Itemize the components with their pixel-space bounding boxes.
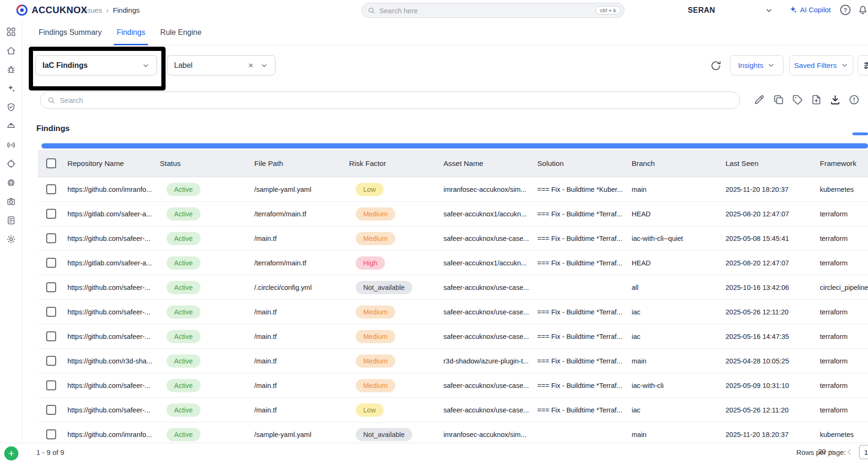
status-cell: Active <box>157 428 251 441</box>
findings-search[interactable] <box>40 91 740 109</box>
risk-badge: Low <box>356 403 384 417</box>
row-checkbox[interactable] <box>46 405 56 415</box>
column-header-last-seen[interactable]: Last Seen <box>722 159 817 168</box>
row-checkbox[interactable] <box>46 258 56 268</box>
row-checkbox[interactable] <box>46 307 56 317</box>
status-cell: Active <box>157 330 251 343</box>
finding-type-dropdown[interactable]: IaC Findings <box>35 55 157 75</box>
global-search[interactable]: ctrl + k <box>361 3 625 18</box>
row-checkbox[interactable] <box>46 184 56 194</box>
plus-icon <box>8 450 15 457</box>
risk-cell: High <box>346 256 440 270</box>
row-checkbox[interactable] <box>46 282 56 292</box>
previous-page-button[interactable] <box>844 447 854 457</box>
group-button[interactable] <box>773 94 785 106</box>
table-horizontal-scrollbar[interactable] <box>42 143 868 148</box>
row-checkbox[interactable] <box>46 209 56 219</box>
kebab-menu-icon <box>863 157 868 170</box>
row-checkbox[interactable] <box>46 380 56 390</box>
pagination-summary: 1 - 9 of 9 <box>36 448 64 456</box>
bug-icon <box>6 65 16 74</box>
column-header-framework[interactable]: Framework <box>817 159 868 168</box>
risk-cell: Medium <box>346 379 440 392</box>
table-row[interactable]: https://gitlab.com/safeer-a... Active /t… <box>38 202 868 226</box>
help-button[interactable]: ? <box>840 5 851 15</box>
row-checkbox[interactable] <box>46 233 56 243</box>
sidebar-item-settings[interactable] <box>0 230 22 248</box>
risk-cell: Not_available <box>346 428 440 441</box>
refresh-button[interactable] <box>710 60 722 72</box>
row-checkbox-cell <box>38 258 64 268</box>
global-search-input[interactable] <box>376 7 595 15</box>
solution-cell: === Fix - Buildtime *Terraf... <box>534 406 628 414</box>
app-logo[interactable]: ACCUKNOX <box>16 4 87 16</box>
saved-filters-button[interactable]: Saved Filters <box>789 55 853 75</box>
accuknox-logo-icon <box>16 4 28 16</box>
table-row[interactable]: https://gitlab.com/safeer-a... Active /t… <box>38 251 868 275</box>
current-page-indicator[interactable]: 1 <box>859 445 868 459</box>
clear-filter-icon[interactable]: × <box>248 61 253 70</box>
status-badge: Active <box>167 330 200 343</box>
sidebar-item-scanners[interactable] <box>0 192 22 211</box>
ticket-button[interactable] <box>810 94 822 106</box>
table-row[interactable]: https://github.com/r3d-sha... Active /ma… <box>38 349 868 373</box>
table-row[interactable]: https://github.com/safeer-... Active /ma… <box>38 300 868 324</box>
sidebar-item-remediation[interactable] <box>0 79 22 98</box>
column-header-branch[interactable]: Branch <box>628 159 722 168</box>
notifications-button[interactable] <box>857 4 868 16</box>
table-options-button[interactable] <box>863 157 868 170</box>
sidebar-item-reports[interactable] <box>0 211 22 230</box>
add-button[interactable] <box>4 446 18 461</box>
sidebar-item-security-posture[interactable] <box>0 98 22 116</box>
tenant-selector[interactable]: SERAN <box>688 4 774 16</box>
repository-cell: https://github.com/safeer-... <box>64 382 157 389</box>
status-badge: Active <box>167 256 200 270</box>
table-row[interactable]: https://github.com/safeer-... Active /ma… <box>38 226 868 251</box>
column-settings-button[interactable] <box>858 55 868 75</box>
column-header-risk-factor[interactable]: Risk Factor <box>346 159 440 168</box>
row-checkbox[interactable] <box>46 331 56 341</box>
ai-copilot-button[interactable]: AI Copilot <box>789 5 831 14</box>
table-row[interactable]: https://github.com/safeer-... Active /.c… <box>38 275 868 300</box>
sidebar-item-identity[interactable] <box>0 173 22 192</box>
gear-icon <box>6 234 16 244</box>
table-row[interactable]: https://github.com/safeer-... Active /ma… <box>38 373 868 398</box>
row-checkbox[interactable] <box>46 356 56 366</box>
last-seen-cell: 2025-05-08 15:45:41 <box>722 235 817 242</box>
sidebar-item-dashboard[interactable] <box>0 22 22 41</box>
download-button[interactable] <box>829 94 841 106</box>
tab-findings[interactable]: Findings <box>109 20 152 45</box>
column-header-solution[interactable]: Solution <box>534 159 628 168</box>
column-header-repository[interactable]: Repository Name <box>64 159 157 168</box>
rows-per-page-select[interactable]: 20 <box>818 447 835 455</box>
tab-rule-engine[interactable]: Rule Engine <box>153 20 209 45</box>
column-header-file-path[interactable]: File Path <box>251 159 346 168</box>
sidebar-item-home[interactable] <box>0 41 22 60</box>
column-header-status[interactable]: Status <box>157 159 251 168</box>
repository-cell: https://github.com/r3d-sha... <box>64 357 157 365</box>
tag-button[interactable] <box>792 94 803 106</box>
sidebar-item-issues[interactable] <box>0 60 22 79</box>
framework-cell: circleci_pipeline <box>817 284 868 291</box>
sidebar-item-compliance[interactable] <box>0 154 22 173</box>
repository-cell: https://github.com/safeer-... <box>64 284 157 291</box>
table-row[interactable]: https://github.com/safeer-... Active /ma… <box>38 324 868 349</box>
sidebar-item-network[interactable] <box>0 135 22 154</box>
saved-filters-label: Saved Filters <box>794 61 836 70</box>
label-filter-dropdown[interactable]: Label × <box>167 55 275 75</box>
findings-search-input[interactable] <box>60 96 733 105</box>
solution-cell: === Fix - Buildtime *Terraf... <box>534 259 628 267</box>
camera-icon <box>6 197 16 206</box>
branch-cell: HEAD <box>628 210 722 218</box>
tab-findings-summary[interactable]: Findings Summary <box>31 20 109 45</box>
table-row[interactable]: https://github.com/imranfo... Active /sa… <box>38 177 868 202</box>
framework-cell: terraform <box>817 259 868 267</box>
select-all-checkbox[interactable] <box>46 158 56 168</box>
table-row[interactable]: https://github.com/safeer-... Active /ma… <box>38 398 868 422</box>
alert-button[interactable] <box>848 94 860 106</box>
insights-button[interactable]: Insights <box>730 55 784 75</box>
row-checkbox[interactable] <box>46 429 56 439</box>
edit-button[interactable] <box>753 94 765 106</box>
column-header-asset-name[interactable]: Asset Name <box>440 159 534 168</box>
sidebar-item-runtime-protection[interactable] <box>0 116 22 135</box>
